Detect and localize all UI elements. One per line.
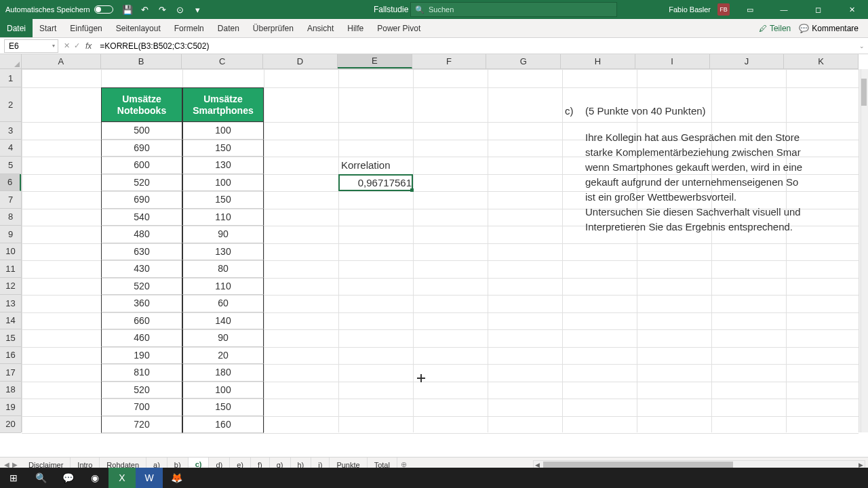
app-icon-obs[interactable]: ◉ [81, 468, 108, 488]
autosave-toggle[interactable] [94, 5, 113, 14]
table-cell[interactable]: 460 [101, 329, 182, 347]
table-cell[interactable]: 520 [101, 278, 182, 296]
row-header-7[interactable]: 7 [0, 191, 21, 209]
save-icon[interactable]: 💾 [123, 5, 132, 14]
row-header-5[interactable]: 5 [0, 157, 21, 174]
table-cell[interactable]: 150 [182, 399, 264, 416]
table-cell[interactable]: 690 [101, 191, 182, 209]
table-cell[interactable]: 660 [101, 312, 182, 330]
search-box[interactable]: 🔍 Suchen [410, 2, 617, 17]
column-header-K[interactable]: K [784, 54, 859, 68]
table-cell[interactable]: 140 [182, 312, 264, 330]
touch-mode-icon[interactable]: ⊙ [176, 5, 185, 14]
ribbon-tab-einfügen[interactable]: Einfügen [63, 19, 108, 37]
table-cell[interactable]: 690 [101, 140, 182, 157]
row-header-3[interactable]: 3 [0, 122, 21, 140]
app-icon-word[interactable]: W [136, 468, 163, 488]
row-header-18[interactable]: 18 [0, 382, 21, 399]
table-cell[interactable]: 500 [101, 122, 182, 140]
row-header-2[interactable]: 2 [0, 87, 21, 122]
row-header-14[interactable]: 14 [0, 312, 21, 330]
ribbon-tab-hilfe[interactable]: Hilfe [340, 19, 370, 37]
expand-formula-icon[interactable]: ⌄ [856, 43, 868, 49]
column-header-C[interactable]: C [182, 54, 263, 68]
ribbon-tab-formeln[interactable]: Formeln [167, 19, 211, 37]
row-header-17[interactable]: 17 [0, 364, 21, 382]
ribbon-tab-daten[interactable]: Daten [211, 19, 246, 37]
spreadsheet-grid[interactable]: ABCDEFGHIJK 1234567891011121314151617181… [0, 54, 868, 432]
app-icon-1[interactable]: 💬 [54, 468, 81, 488]
minimize-button[interactable]: — [770, 0, 797, 19]
table-cell[interactable]: 520 [101, 382, 182, 399]
column-header-D[interactable]: D [263, 54, 338, 68]
column-header-H[interactable]: H [561, 54, 635, 68]
row-header-19[interactable]: 19 [0, 399, 21, 416]
row-header-15[interactable]: 15 [0, 329, 21, 347]
column-header-E[interactable]: E [338, 54, 412, 68]
row-header-10[interactable]: 10 [0, 243, 21, 261]
table-cell[interactable]: 190 [101, 347, 182, 365]
table-cell[interactable]: 90 [182, 329, 264, 347]
accept-formula-icon[interactable]: ✓ [74, 41, 80, 50]
formula-input[interactable]: =KORREL(B3:B502;C3:C502) [97, 39, 856, 53]
table-cell[interactable]: 80 [182, 260, 264, 278]
scroll-left-icon[interactable]: ◀ [535, 462, 540, 468]
customize-qat-icon[interactable]: ▾ [193, 5, 203, 14]
app-icon-firefox[interactable]: 🦊 [163, 468, 190, 488]
maximize-button[interactable]: ◻ [804, 0, 831, 19]
column-header-A[interactable]: A [22, 54, 101, 68]
row-header-20[interactable]: 20 [0, 416, 21, 434]
ribbon-tab-ansicht[interactable]: Ansicht [300, 19, 340, 37]
table-cell[interactable]: 810 [101, 364, 182, 382]
column-header-J[interactable]: J [710, 54, 785, 68]
table-cell[interactable]: 630 [101, 243, 182, 261]
row-header-9[interactable]: 9 [0, 226, 21, 243]
row-header-6[interactable]: 6 [0, 174, 21, 192]
cancel-formula-icon[interactable]: ✕ [64, 41, 70, 50]
redo-icon[interactable]: ↷ [158, 5, 167, 14]
ribbon-display-icon[interactable]: ▭ [736, 0, 764, 19]
row-header-11[interactable]: 11 [0, 260, 21, 278]
table-cell[interactable]: 520 [101, 174, 182, 192]
row-header-16[interactable]: 16 [0, 347, 21, 365]
table-cell[interactable]: 100 [182, 382, 264, 399]
table-cell[interactable]: 60 [182, 295, 264, 312]
row-header-8[interactable]: 8 [0, 209, 21, 226]
table-cell[interactable]: 20 [182, 347, 264, 365]
table-cell[interactable]: 100 [182, 174, 264, 192]
table-cell[interactable]: 720 [101, 416, 182, 434]
scroll-right-icon[interactable]: ▶ [859, 462, 863, 468]
ribbon-tab-power pivot[interactable]: Power Pivot [370, 19, 427, 37]
column-header-G[interactable]: G [486, 54, 561, 68]
user-avatar[interactable]: FB [717, 3, 730, 16]
search-taskbar-icon[interactable]: 🔍 [27, 468, 54, 488]
select-all-corner[interactable] [0, 54, 22, 69]
autosave-control[interactable]: Automatisches Speichern [5, 5, 113, 14]
user-name[interactable]: Fabio Basler [669, 5, 711, 14]
table-cell[interactable]: 90 [182, 226, 264, 243]
row-header-1[interactable]: 1 [0, 69, 21, 87]
table-cell[interactable]: 480 [101, 226, 182, 243]
table-cell[interactable]: 150 [182, 140, 264, 157]
undo-icon[interactable]: ↶ [140, 5, 150, 14]
table-cell[interactable]: 150 [182, 191, 264, 209]
table-cell[interactable]: 180 [182, 364, 264, 382]
share-button[interactable]: 🖊 Teilen [759, 24, 791, 33]
table-cell[interactable]: 540 [101, 209, 182, 226]
table-cell[interactable]: 130 [182, 157, 264, 174]
row-header-13[interactable]: 13 [0, 295, 21, 312]
close-button[interactable]: ✕ [838, 0, 865, 19]
fx-icon[interactable]: fx [85, 41, 92, 51]
column-header-B[interactable]: B [101, 54, 182, 68]
ribbon-tab-seitenlayout[interactable]: Seitenlayout [109, 19, 167, 37]
row-header-12[interactable]: 12 [0, 278, 21, 296]
table-cell[interactable]: 700 [101, 399, 182, 416]
table-cell[interactable]: 130 [182, 243, 264, 261]
table-cell[interactable]: 110 [182, 278, 264, 296]
ribbon-tab-datei[interactable]: Datei [0, 19, 33, 37]
table-cell[interactable]: 160 [182, 416, 264, 434]
ribbon-tab-start[interactable]: Start [33, 19, 63, 37]
start-button[interactable]: ⊞ [0, 468, 27, 488]
table-cell[interactable]: 100 [182, 122, 264, 140]
comments-button[interactable]: 💬 Kommentare [799, 24, 859, 33]
